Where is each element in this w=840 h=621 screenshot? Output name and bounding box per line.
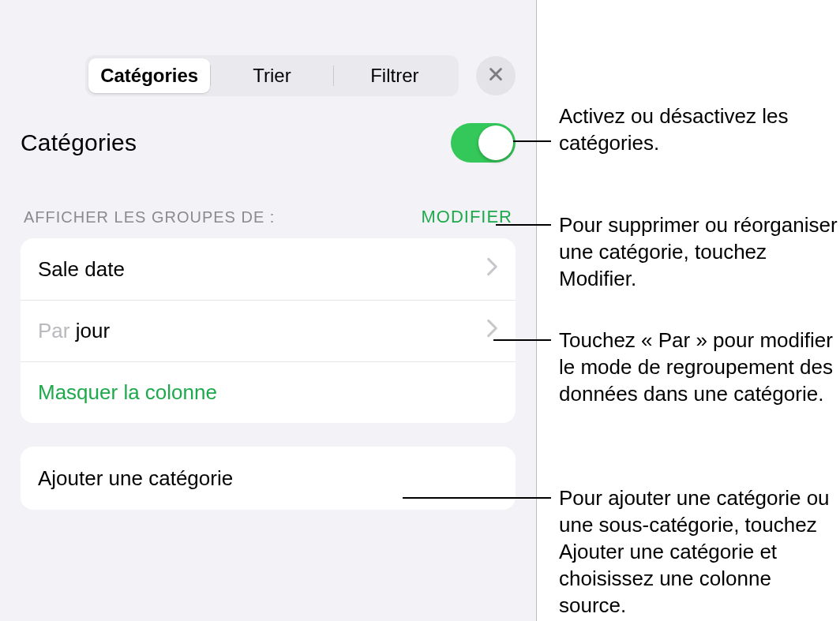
add-category-card: Ajouter une catégorie bbox=[21, 447, 516, 510]
page-title: Catégories bbox=[21, 129, 137, 156]
section-label: AFFICHER LES GROUPES DE : bbox=[24, 208, 275, 226]
row-hide-column[interactable]: Masquer la colonne bbox=[21, 361, 516, 423]
tab-sort[interactable]: Trier bbox=[211, 58, 332, 93]
row-by-group[interactable]: Par jour bbox=[21, 300, 516, 361]
callout-toggle: Activez ou désactivez les catégories. bbox=[559, 103, 840, 156]
row-sale-date[interactable]: Sale date bbox=[21, 238, 516, 300]
segmented-control: Catégories Trier Filtrer bbox=[85, 55, 459, 96]
close-button[interactable] bbox=[476, 56, 516, 95]
row-label: Masquer la colonne bbox=[38, 380, 217, 405]
toggle-knob bbox=[478, 125, 513, 160]
leader-line bbox=[496, 224, 551, 226]
callout-add: Pour ajouter une catégorie ou une sous-c… bbox=[559, 484, 840, 619]
categories-toggle[interactable] bbox=[451, 123, 516, 163]
leader-line bbox=[403, 497, 551, 499]
row-label: Sale date bbox=[38, 257, 125, 282]
callout-modify: Pour supprimer ou réorganiser une catégo… bbox=[559, 211, 840, 292]
row-label: Par jour bbox=[38, 319, 110, 343]
row-label: Ajouter une catégorie bbox=[38, 466, 233, 491]
leader-line bbox=[493, 339, 551, 341]
settings-panel: Catégories Trier Filtrer Catégories AFFI… bbox=[0, 0, 537, 621]
tab-filter[interactable]: Filtrer bbox=[334, 58, 456, 93]
callout-by: Touchez « Par » pour modifier le mode de… bbox=[559, 327, 840, 407]
row-add-category[interactable]: Ajouter une catégorie bbox=[21, 447, 516, 510]
leader-line bbox=[513, 140, 551, 142]
tab-categories[interactable]: Catégories bbox=[88, 58, 210, 93]
close-icon bbox=[487, 65, 504, 86]
groups-list: Sale date Par jour Masquer la colonne bbox=[21, 238, 516, 423]
chevron-right-icon bbox=[486, 257, 498, 282]
